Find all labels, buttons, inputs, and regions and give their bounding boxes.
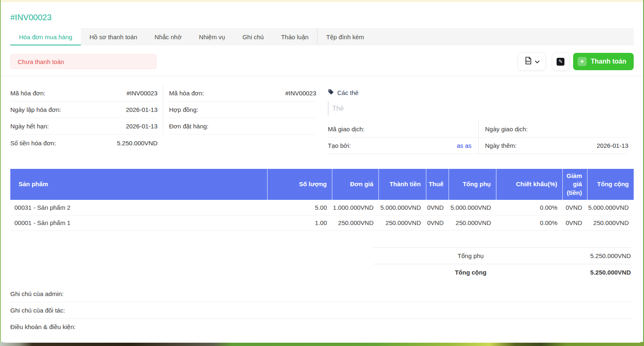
cell-quantity: 5.00	[267, 200, 332, 215]
detail-transaction-code: Mã giao dịch:	[328, 121, 478, 137]
detail-date-added: Ngày thêm: 2026-01-13	[478, 137, 629, 154]
invoice-card: #INV00023 Hóa đơn mua hàng Hồ sơ thanh t…	[1, 2, 643, 343]
cell-total: 5.000.000VND	[587, 200, 634, 215]
detail-label: Mã hóa đơn:	[10, 90, 45, 97]
pay-button-label: Thanh toán	[591, 58, 626, 65]
table-row: 00031 - Sản phẩm 2 5.00 1.000.000VND 5.0…	[10, 200, 634, 215]
created-by-link[interactable]: as as	[457, 142, 472, 149]
tab-notes[interactable]: Ghi chú	[234, 28, 273, 45]
tab-discussion[interactable]: Thảo luận	[273, 28, 317, 45]
actions: PDF ✎ + Thanh toán	[518, 52, 634, 71]
invoice-details: Mã hóa đơn: #INV00023 Ngày lập hóa đơn: …	[1, 76, 643, 163]
detail-invoice-amount: Số tiền hóa đơn: 5.250.000VND	[10, 135, 157, 151]
tab-payment-records[interactable]: Hồ sơ thanh toán	[81, 28, 146, 45]
details-column-2: Mã hóa đơn: #INV00023 Hợp đồng: Đơn đặt …	[169, 85, 316, 135]
summary-label: Tổng phụ	[373, 252, 568, 259]
detail-value: 2026-01-13	[126, 106, 157, 113]
edit-invoice-button[interactable]: ✎	[552, 52, 569, 71]
details-right-panel: Các thẻ Mã giao dịch: Ngày giao dịch: Tạ…	[328, 76, 628, 154]
details-vertical-divider	[163, 85, 163, 135]
col-subtotal: Tổng phụ	[449, 169, 496, 200]
cell-product: 00031 - Sản phẩm 2	[10, 200, 267, 215]
cell-amount: 250.000VND	[378, 215, 426, 230]
detail-invoice-number-2: Mã hóa đơn: #INV00023	[169, 85, 316, 102]
cell-discount-money: 0VND	[562, 215, 587, 230]
col-total: Tổng cộng	[587, 169, 634, 200]
summary-value: 5.250.000VND	[568, 252, 631, 259]
terms-row: Điều khoản & điều kiện:	[10, 319, 634, 335]
tab-bar: Hóa đơn mua hàng Hồ sơ thanh toán Nhắc n…	[10, 28, 634, 45]
detail-value: 5.250.000VND	[117, 140, 157, 147]
col-discount-percent: Chiết khấu(%)	[496, 169, 562, 200]
detail-invoice-date: Ngày lập hóa đơn: 2026-01-13	[10, 102, 157, 118]
partner-note-row: Ghi chú của đối tác:	[10, 302, 634, 319]
detail-due-date: Ngày hết hạn: 2026-01-13	[10, 118, 157, 135]
detail-created-by: Tạo bởi: as as	[328, 137, 478, 154]
status-badge: Chưa thanh toán	[10, 54, 157, 69]
detail-value: 2026-01-13	[597, 142, 628, 149]
svg-text:PDF: PDF	[526, 60, 531, 63]
tab-attachments[interactable]: Tệp đính kèm	[317, 28, 373, 45]
cell-subtotal: 250.000VND	[449, 215, 496, 230]
tags-title: Các thẻ	[337, 89, 359, 96]
cell-tax: 0VND	[426, 200, 449, 215]
table-header-row: Sản phẩm Số lượng Đơn giá Thành tiền Thu…	[10, 169, 634, 200]
transaction-details-grid: Mã giao dịch: Ngày giao dịch: Tạo bởi: a…	[328, 121, 628, 154]
cell-discount-money: 0VND	[562, 200, 587, 215]
tab-tasks[interactable]: Nhiệm vụ	[190, 28, 234, 45]
cell-discount-percent: 0.00%	[496, 215, 562, 230]
tag-icon	[328, 89, 334, 96]
plus-icon: +	[578, 57, 587, 66]
detail-value: 2026-01-13	[126, 123, 157, 130]
cell-tax: 0VND	[426, 215, 449, 230]
chevron-down-icon	[535, 58, 540, 65]
summary-value: 5.250.000VND	[568, 269, 631, 276]
detail-label: Tạo bởi:	[328, 142, 351, 149]
pay-button[interactable]: + Thanh toán	[573, 53, 634, 70]
col-quantity: Số lượng	[267, 169, 332, 200]
col-product: Sản phẩm	[10, 169, 267, 200]
tags-input[interactable]	[328, 102, 628, 116]
cell-product: 00001 - Sản phẩm 1	[10, 215, 267, 230]
detail-label: Mã giao dịch:	[328, 126, 364, 133]
totals-summary: Tổng phụ 5.250.000VND Tổng cộng 5.250.00…	[373, 247, 631, 281]
detail-label: Hợp đồng:	[169, 106, 198, 113]
admin-note-row: Ghi chú của admin:	[10, 286, 634, 302]
col-unit-price: Đơn giá	[332, 169, 378, 200]
detail-value: #INV00023	[285, 90, 316, 97]
page-title: #INV00023	[10, 13, 643, 22]
action-row: Chưa thanh toán PDF ✎	[10, 52, 634, 71]
cell-amount: 5.000.000VND	[378, 200, 426, 215]
col-discount-money: Giảm giá (tiền)	[562, 169, 587, 200]
tab-purchase-invoice[interactable]: Hóa đơn mua hàng	[10, 28, 81, 45]
detail-label: Ngày thêm:	[485, 142, 517, 149]
detail-label: Ngày lập hóa đơn:	[10, 106, 61, 113]
detail-label: Mã hóa đơn:	[169, 90, 204, 97]
invoice-items-table: Sản phẩm Số lượng Đơn giá Thành tiền Thu…	[10, 169, 634, 231]
cell-total: 250.000VND	[587, 215, 634, 230]
cell-subtotal: 5.000.000VND	[449, 200, 496, 215]
detail-purchase-order: Đơn đặt hàng:	[169, 118, 316, 135]
summary-label: Tổng cộng	[373, 269, 568, 276]
cell-discount-percent: 0.00%	[496, 200, 562, 215]
detail-transaction-date: Ngày giao dịch:	[478, 121, 629, 137]
table-row: 00001 - Sản phẩm 1 1.00 250.000VND 250.0…	[10, 215, 634, 230]
detail-label: Ngày giao dịch:	[485, 126, 528, 133]
tags-header: Các thẻ	[328, 89, 628, 96]
pencil-icon: ✎	[557, 58, 564, 66]
detail-invoice-number: Mã hóa đơn: #INV00023	[10, 85, 157, 102]
pdf-icon: PDF	[524, 57, 532, 66]
details-column-1: Mã hóa đơn: #INV00023 Ngày lập hóa đơn: …	[10, 85, 157, 151]
detail-label: Đơn đặt hàng:	[169, 123, 209, 130]
tab-reminders[interactable]: Nhắc nhở	[146, 28, 190, 45]
col-tax: Thuế	[426, 169, 449, 200]
notes-section: Ghi chú của admin: Ghi chú của đối tác: …	[10, 286, 634, 335]
cell-unit-price: 250.000VND	[332, 215, 378, 230]
pdf-download-button[interactable]: PDF	[518, 52, 546, 71]
col-amount: Thành tiền	[378, 169, 426, 200]
cell-quantity: 1.00	[267, 215, 332, 230]
detail-label: Ngày hết hạn:	[10, 123, 49, 130]
cell-unit-price: 1.000.000VND	[332, 200, 378, 215]
detail-contract: Hợp đồng:	[169, 102, 316, 118]
summary-subtotal-row: Tổng phụ 5.250.000VND	[373, 248, 631, 264]
